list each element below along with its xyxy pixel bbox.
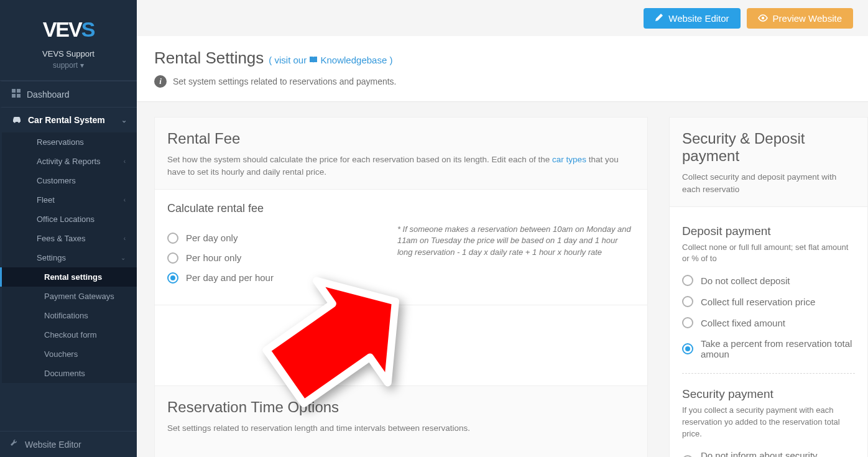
deposit-desc: Collect none or full full amount; set fl… [682,242,855,265]
radio-per-day-hour[interactable]: Per day and per hour [167,272,382,284]
radio-security-none[interactable]: Do not inform about security payment [682,450,855,457]
chevron-left-icon: ‹ [124,235,126,242]
nav-rental-settings[interactable]: Rental settings [2,267,137,287]
nav-checkout[interactable]: Checkout form [2,325,137,344]
nav-documents[interactable]: Documents [2,364,137,383]
user-name: VEVS Support [0,49,137,58]
svg-rect-3 [17,94,21,98]
chevron-down-icon: ⌄ [121,254,126,261]
info-icon: i [154,75,167,88]
nav-website-editor[interactable]: Website Editor [0,432,137,457]
page-header: Rental Settings ( visit our Knowledgebas… [137,36,868,102]
security-deposit-panel: Security & Deposit payment Collect secur… [669,117,868,457]
svg-rect-0 [12,89,16,93]
radio-deposit-none[interactable]: Do not collect deposit [682,275,855,286]
nav-vouchers[interactable]: Vouchers [2,344,137,364]
svg-point-5 [18,121,20,122]
sidebar: VEVS VEVS Support support ▾ Dashboard Ca… [0,0,137,457]
radio-deposit-percent[interactable]: Take a percent from reservation total am… [682,338,855,359]
svg-point-6 [761,16,764,19]
radio-icon [682,296,693,307]
svg-rect-1 [17,89,21,93]
nav-notifications[interactable]: Notifications [2,306,137,325]
nav-settings[interactable]: Settings⌄ [2,248,137,267]
time-options-desc: Set settings related to reservation leng… [167,422,635,435]
radio-per-day[interactable]: Per day only [167,233,382,244]
pencil-icon [655,13,663,24]
nav-fleet[interactable]: Fleet‹ [2,190,137,210]
brand-logo: VEVS [0,0,137,49]
security-payment-desc: If you collect a security payment with e… [682,405,855,440]
radio-deposit-full[interactable]: Collect full reservation price [682,296,855,307]
deposit-title: Deposit payment [682,224,855,238]
nav-fees[interactable]: Fees & Taxes‹ [2,229,137,248]
website-editor-button[interactable]: Website Editor [644,8,740,29]
radio-icon [167,252,178,264]
preview-website-button[interactable]: Preview Website [747,8,853,29]
user-block: VEVS Support support ▾ [0,49,137,81]
main-area: Website Editor Preview Website Rental Se… [137,0,868,457]
rental-fee-desc: Set how the system should calculate the … [167,154,635,179]
visit-knowledgebase: ( visit our Knowledgebase ) [269,55,392,65]
nav-payment-gateways[interactable]: Payment Gateways [2,287,137,306]
svg-point-4 [14,121,16,122]
grid-icon [12,89,21,99]
radio-per-hour[interactable]: Per hour only [167,252,382,264]
sidebar-bottom: Website Editor [0,431,137,457]
chevron-left-icon: ‹ [124,158,126,165]
nav-activity[interactable]: Activity & Reports‹ [2,152,137,171]
radio-icon [682,343,693,354]
radio-icon [682,317,693,328]
nav-reservations[interactable]: Reservations [2,132,137,152]
security-payment-title: Security payment [682,387,855,401]
divider [682,373,855,374]
fee-hint: * If someone makes a reservation between… [397,224,635,259]
book-icon [309,55,320,65]
svg-rect-2 [12,94,16,98]
calculate-fee-title: Calculate rental fee [167,202,635,215]
wrench-icon [10,439,19,450]
security-desc: Collect security and deposit payment wit… [682,171,855,196]
nav-office[interactable]: Office Locations [2,210,137,229]
topbar: Website Editor Preview Website [137,0,868,36]
time-options-heading: Reservation Time Options [167,399,635,416]
rental-fee-panel: Rental Fee Set how the system should cal… [154,117,648,457]
car-icon [12,115,22,125]
page-title: Rental Settings [154,48,264,68]
radio-icon [167,233,178,244]
logo-text: VEVS [43,17,95,41]
caret-down-icon: ▾ [80,61,84,70]
page-subtitle: Set system settings related to reservati… [173,76,397,86]
knowledgebase-link[interactable]: Knowledgebase [321,55,390,65]
radio-deposit-fixed[interactable]: Collect fixed amount [682,317,855,328]
eye-icon [758,13,768,24]
user-role-dropdown[interactable]: support ▾ [53,61,84,70]
chevron-left-icon: ‹ [124,196,126,203]
car-types-link[interactable]: car types [552,155,586,164]
nav-customers[interactable]: Customers [2,171,137,190]
radio-icon [167,272,178,284]
chevron-down-icon: ⌄ [121,116,127,124]
security-heading: Security & Deposit payment [682,130,855,165]
radio-icon [682,275,693,286]
rental-fee-heading: Rental Fee [167,130,635,147]
nav-car-rental-system[interactable]: Car Rental System ⌄ [2,108,137,132]
nav-dashboard[interactable]: Dashboard [2,81,137,107]
main-nav: Dashboard Car Rental System ⌄ Reservatio… [0,81,137,383]
